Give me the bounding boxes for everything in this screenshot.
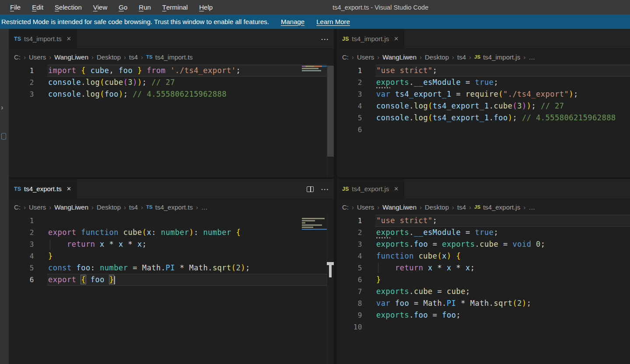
code-line[interactable]: 4function cube(x) { [337, 250, 630, 262]
code-editor[interactable]: 1"use strict";2exports.__esModule = true… [337, 65, 630, 136]
code-line[interactable]: 4console.log(ts4_export_1.cube(3)); // 2… [337, 100, 630, 112]
minimap-line-tokens [302, 66, 327, 67]
code-token: ( [142, 228, 147, 237]
breadcrumb-item[interactable]: Desktop [97, 53, 121, 61]
code-line[interactable]: 9exports.foo = foo; [337, 309, 630, 321]
line-number: 4 [337, 250, 362, 262]
breadcrumb-item[interactable]: ts4 [457, 53, 466, 61]
split-editor-icon[interactable] [307, 186, 314, 192]
code-line[interactable]: 6export { foo } [9, 274, 334, 286]
code-editor[interactable]: 1import { cube, foo } from './ts4_export… [9, 65, 334, 100]
menu-view[interactable]: View [88, 0, 113, 14]
code-line[interactable]: 3 return x * x * x; [9, 238, 334, 250]
close-icon[interactable]: ✕ [394, 35, 399, 42]
close-icon[interactable]: ✕ [394, 186, 399, 192]
editor-group-top-left: TSts4_import.ts✕⋯C:›Users›WangLiwen›Desk… [9, 29, 334, 177]
code-line[interactable]: 3console.log(foo); // 4.555806215962888 [9, 88, 334, 100]
menu-terminal[interactable]: Terminal [157, 0, 193, 14]
code-line[interactable]: 2exports.__esModule = true; [337, 227, 630, 238]
code-editor[interactable]: 12export function cube(x: number): numbe… [9, 215, 334, 286]
breadcrumb-file[interactable]: TSts4_import.ts [146, 53, 193, 61]
code-line[interactable]: 1import { cube, foo } from './ts4_export… [9, 65, 334, 77]
breadcrumb-ellipsis[interactable]: … [201, 203, 208, 211]
code-line[interactable]: 5console.log(ts4_export_1.foo); // 4.555… [337, 112, 630, 124]
code-line[interactable]: 6 [337, 124, 630, 136]
code-token: . [208, 263, 213, 272]
breadcrumb-item[interactable]: C: [342, 203, 349, 211]
minimap[interactable] [302, 66, 327, 72]
code-line[interactable]: 2exports.__esModule = true; [337, 77, 630, 88]
editor-group-divider-vertical[interactable] [334, 29, 337, 364]
menu-edit[interactable]: Edit [26, 0, 49, 14]
tab-ts4_import.ts[interactable]: TSts4_import.ts✕ [9, 29, 77, 49]
breadcrumb-item[interactable]: Users [357, 53, 374, 61]
code-line[interactable]: 3exports.foo = exports.cube = void 0; [337, 238, 630, 250]
breadcrumb-ellipsis[interactable]: … [528, 53, 535, 61]
tab-ts4_export.ts[interactable]: TSts4_export.ts✕ [9, 179, 77, 199]
menu-run[interactable]: Run [133, 0, 157, 14]
menu-mnemonic: R [139, 4, 144, 11]
breadcrumb-item[interactable]: Users [29, 53, 46, 61]
breadcrumb-file[interactable]: TSts4_export.ts [146, 203, 193, 211]
breadcrumb-ellipsis[interactable]: … [528, 203, 535, 211]
breadcrumb-item[interactable]: ts4 [129, 53, 138, 61]
breadcrumb-item[interactable]: WangLiwen [382, 53, 416, 61]
breadcrumb-item[interactable]: Desktop [425, 203, 449, 211]
code-line[interactable]: 6} [337, 274, 630, 286]
code-line[interactable]: 4} [9, 250, 334, 262]
close-icon[interactable]: ✕ [66, 186, 71, 192]
code-line[interactable]: 5const foo: number = Math.PI * Math.sqrt… [9, 262, 334, 274]
breadcrumb-item[interactable]: C: [342, 53, 349, 61]
more-actions-icon[interactable]: ⋯ [321, 184, 329, 194]
menu-help[interactable]: Help [193, 0, 218, 14]
breadcrumb-item[interactable]: WangLiwen [54, 53, 88, 61]
scrollbar-rail [327, 215, 327, 364]
vertical-scrollbar[interactable] [327, 66, 334, 157]
code-token: "use strict" [376, 66, 433, 75]
code-line[interactable]: 10 [337, 321, 630, 333]
menu-go[interactable]: Go [113, 0, 133, 14]
more-actions-icon[interactable]: ⋯ [321, 34, 329, 44]
banner-link-manage[interactable]: Manage [281, 18, 304, 25]
breadcrumb-item[interactable]: Users [29, 203, 46, 211]
code-token: ; [574, 90, 578, 98]
breadcrumb-item[interactable]: WangLiwen [382, 203, 416, 211]
breadcrumb-item[interactable]: C: [14, 203, 21, 211]
breadcrumb-item[interactable]: WangLiwen [54, 203, 88, 211]
code-line[interactable]: 8var foo = Math.PI * Math.sqrt(2); [337, 298, 630, 309]
breadcrumb-item[interactable]: C: [14, 53, 21, 61]
menu-selection[interactable]: Selection [49, 0, 88, 14]
code-line[interactable]: 2console.log(cube(3)); // 27 [9, 77, 334, 88]
breadcrumb-item[interactable]: Users [357, 203, 374, 211]
code-line[interactable]: 1 [9, 215, 334, 227]
code-line[interactable]: 7exports.cube = cube; [337, 286, 630, 298]
code-line[interactable]: 3var ts4_export_1 = require("./ts4_expor… [337, 88, 630, 100]
breadcrumb-item[interactable]: Desktop [425, 53, 449, 61]
close-icon[interactable]: ✕ [66, 35, 71, 42]
code-token: ) [508, 113, 513, 122]
code-line[interactable]: 1"use strict"; [337, 215, 630, 227]
code-editor[interactable]: 1"use strict";2exports.__esModule = true… [337, 215, 630, 333]
code-line[interactable]: 1"use strict"; [337, 65, 630, 77]
code-token: sqrt [494, 299, 513, 308]
line-number: 5 [337, 262, 362, 274]
code-token: Math [142, 263, 161, 272]
breadcrumb-item[interactable]: Desktop [97, 203, 121, 211]
tab-ts4_import.js[interactable]: JSts4_import.js✕ [337, 29, 404, 49]
code-token: ts4_export_1 [433, 113, 489, 122]
code-line[interactable]: 5 return x * x * x; [337, 262, 630, 274]
tab-ts4_export.js[interactable]: JSts4_export.js✕ [337, 179, 404, 199]
breadcrumb-file[interactable]: JSts4_import.js [474, 53, 520, 61]
editor-group-bottom-right: JSts4_export.js✕C:›Users›WangLiwen›Deskt… [337, 179, 630, 364]
minimap[interactable] [302, 216, 327, 230]
code-token: number [100, 263, 128, 272]
chevron-separator-icon: › [449, 53, 457, 61]
code-line[interactable]: 2export function cube(x: number): number… [9, 227, 334, 238]
breadcrumb-item[interactable]: ts4 [457, 203, 466, 211]
breadcrumb-item[interactable]: ts4 [129, 203, 138, 211]
banner-link-learn-more[interactable]: Learn More [316, 18, 350, 25]
code-token: PI [447, 299, 456, 308]
menu-file[interactable]: File [4, 0, 26, 14]
code-token: : [91, 263, 100, 272]
breadcrumb-file[interactable]: JSts4_export.js [474, 203, 520, 211]
